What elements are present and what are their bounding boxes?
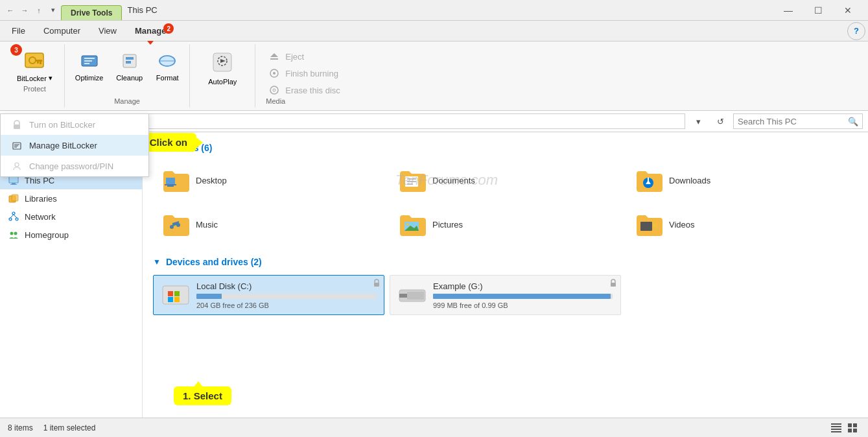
erase-disc-item[interactable]: Erase this disc [266, 83, 343, 97]
optimize-label: Optimize [75, 74, 103, 82]
cleanup-icon [118, 49, 141, 73]
autoplay-button[interactable]: AutoPlay [200, 47, 244, 88]
svg-rect-19 [270, 58, 278, 60]
tab-manage[interactable]: Manage 2 [126, 22, 175, 40]
details-view-button[interactable] [829, 421, 843, 435]
documents-folder-icon [397, 166, 426, 195]
tab-computer[interactable]: Computer [34, 22, 89, 40]
tab-file[interactable]: File [3, 22, 34, 40]
drive-tools-tab[interactable]: Drive Tools [61, 5, 122, 20]
drive-example-g[interactable]: Example (G:) 999 MB free of 0.99 GB [390, 275, 621, 315]
local-disk-c-bar [196, 294, 222, 299]
folder-downloads[interactable]: Downloads [626, 161, 858, 200]
sidebar-item-network[interactable]: Network [0, 207, 142, 226]
svg-rect-66 [14, 124, 20, 129]
window-title: This PC [127, 5, 157, 15]
sidebar-item-homegroup[interactable]: Homegroup [0, 226, 142, 244]
erase-disc-icon [268, 84, 280, 96]
title-bar: ← → ↑ ▾ Drive Tools This PC — ☐ ✕ [0, 0, 868, 21]
svg-point-36 [10, 232, 14, 235]
drive-local-disk-c[interactable]: Local Disk (C:) 204 GB free of 236 GB [153, 275, 384, 315]
format-button[interactable]: Format [150, 47, 184, 84]
eject-label: Eject [285, 52, 304, 62]
format-label: Format [156, 74, 179, 82]
music-folder-label: Music [196, 220, 218, 230]
network-icon [8, 211, 19, 222]
maximize-button[interactable]: ☐ [803, 0, 833, 21]
folder-pictures[interactable]: Pictures [390, 205, 621, 244]
minimize-button[interactable]: — [773, 0, 803, 21]
bitlocker-button[interactable]: 3 BitLocker ▾ [13, 47, 56, 84]
cleanup-button[interactable]: Cleanup [111, 47, 148, 84]
change-password-icon [11, 160, 23, 172]
folder-desktop[interactable]: Desktop [153, 161, 384, 200]
network-label: Network [25, 212, 56, 222]
cleanup-label: Cleanup [116, 74, 143, 82]
svg-rect-72 [831, 423, 841, 425]
turn-on-bitlocker-item[interactable]: Turn on BitLocker [1, 114, 148, 135]
documents-folder-label: Documents [432, 176, 475, 185]
manage-badge: 2 [163, 23, 174, 34]
back-icon[interactable]: ← [5, 5, 16, 16]
drive-g-lock-icon [609, 278, 618, 289]
manage-label: Manage [135, 26, 166, 36]
tab-view[interactable]: View [89, 22, 126, 40]
up-icon[interactable]: ↑ [34, 5, 44, 16]
title-bar-nav-icons: ← → ↑ ▾ [5, 5, 58, 16]
svg-rect-77 [853, 423, 857, 427]
title-bar-tabs: Drive Tools [61, 0, 122, 20]
svg-rect-3 [40, 62, 41, 64]
view-buttons [829, 421, 860, 435]
address-input[interactable] [71, 113, 685, 129]
sidebar-item-libraries[interactable]: Libraries [0, 189, 142, 207]
folder-music[interactable]: Music [153, 205, 384, 244]
finish-burning-item[interactable]: Finish burning [266, 66, 343, 80]
search-box: 🔍 [733, 113, 863, 129]
example-g-free: 999 MB free of 0.99 GB [433, 301, 613, 309]
refresh-button[interactable]: ↺ [711, 113, 729, 129]
erase-disc-label: Erase this disc [285, 86, 340, 95]
manage-bitlocker-item[interactable]: Manage BitLocker [1, 135, 148, 156]
local-disk-c-name: Local Disk (C:) [196, 281, 376, 291]
large-icons-view-button[interactable] [846, 421, 860, 435]
select-callout: 1. Select [174, 386, 231, 405]
window-controls: — ☐ ✕ [773, 0, 863, 21]
svg-rect-58 [168, 291, 173, 296]
dropdown-menu: Turn on BitLocker Manage BitLocker Chang… [0, 113, 149, 177]
optimize-button[interactable]: Optimize [70, 47, 108, 84]
svg-rect-65 [407, 292, 424, 300]
content-area: TenForums.com ▼ Folders (6) [143, 132, 868, 432]
example-g-bar-container [433, 294, 613, 299]
address-chevron[interactable]: ▾ [689, 113, 707, 129]
folder-videos[interactable]: Videos [626, 205, 858, 244]
optimize-icon [78, 49, 101, 73]
select-callout-container: 1. Select [174, 386, 231, 405]
change-password-label: Change password/PIN [29, 161, 113, 171]
svg-rect-10 [126, 57, 134, 60]
change-password-item[interactable]: Change password/PIN [1, 156, 148, 176]
folders-header[interactable]: ▼ Folders (6) [153, 143, 858, 153]
svg-rect-56 [374, 283, 379, 287]
close-button[interactable]: ✕ [833, 0, 863, 21]
homegroup-icon [8, 229, 19, 241]
help-button[interactable]: ? [847, 22, 865, 40]
eject-item[interactable]: Eject [266, 49, 343, 64]
qat-icon[interactable]: ▾ [48, 5, 58, 16]
svg-rect-62 [611, 283, 616, 287]
drives-header-label: Devices and drives (2) [166, 257, 262, 267]
select-callout-arrow [193, 381, 204, 388]
pictures-folder-icon [397, 210, 426, 239]
drives-chevron: ▼ [153, 257, 161, 266]
folder-documents[interactable]: Documents [390, 161, 621, 200]
homegroup-label: Homegroup [25, 230, 69, 240]
forward-icon[interactable]: → [19, 5, 30, 16]
media-label: Media [266, 97, 343, 105]
drives-grid: Local Disk (C:) 204 GB free of 236 GB [153, 275, 858, 315]
drives-header[interactable]: ▼ Devices and drives (2) [153, 257, 858, 267]
svg-rect-15 [213, 53, 231, 71]
manage-bitlocker-icon [11, 139, 23, 151]
search-input[interactable] [738, 117, 848, 126]
bitlocker-label: BitLocker ▾ [17, 74, 53, 82]
manage-bitlocker-label: Manage BitLocker [29, 141, 97, 150]
local-disk-c-info: Local Disk (C:) 204 GB free of 236 GB [196, 281, 376, 309]
